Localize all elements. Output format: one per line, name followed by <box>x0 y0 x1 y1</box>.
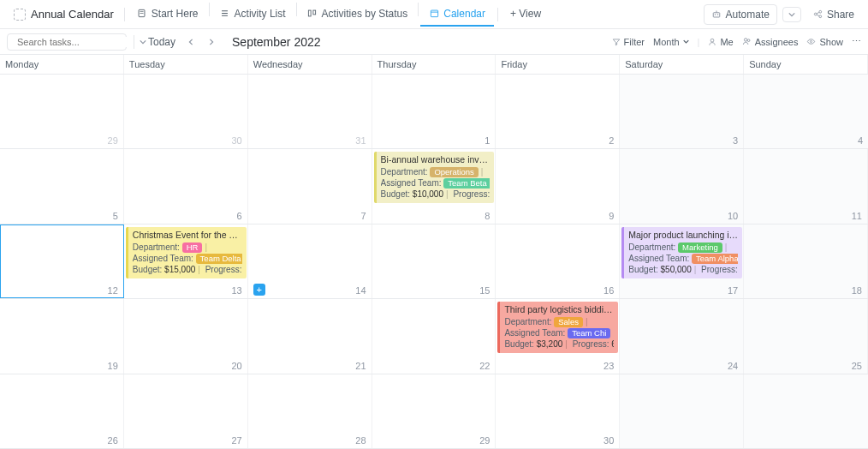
workspace-icon <box>14 9 26 21</box>
event-title: Major product launching in New York <box>628 230 738 241</box>
day-cell[interactable]: 29 <box>372 374 496 448</box>
day-header: Sunday <box>744 55 868 74</box>
workspace-title[interactable]: Annual Calendar <box>7 4 121 24</box>
budget-value: $50,000 <box>661 265 692 274</box>
day-cell[interactable]: 10 <box>620 149 744 223</box>
day-number: 29 <box>479 435 490 446</box>
tab-start-here[interactable]: Start Here <box>128 3 207 27</box>
svg-point-12 <box>716 14 718 15</box>
department-label: Department: <box>133 242 180 252</box>
day-cell[interactable]: 22 <box>372 299 496 373</box>
day-number: 3 <box>733 135 738 146</box>
day-cell[interactable]: 30 <box>124 75 248 148</box>
day-number: 30 <box>231 135 241 146</box>
add-event-button[interactable]: + <box>253 284 265 296</box>
tab-label: Calendar <box>443 8 485 20</box>
assignees-filter-button[interactable]: Assignees <box>742 37 799 47</box>
day-cell[interactable]: 25 <box>744 299 868 373</box>
board-icon <box>307 9 318 19</box>
department-badge: HR <box>182 242 203 253</box>
day-cell[interactable]: 5 <box>0 149 124 223</box>
progress-value: 60% <box>611 339 614 349</box>
day-cell[interactable]: 7 <box>248 149 372 223</box>
day-cell[interactable]: 30 <box>496 374 620 448</box>
day-header: Saturday <box>620 55 744 74</box>
tab-label: Activity List <box>235 8 286 20</box>
top-toolbar: Annual Calendar Start HereActivity ListA… <box>0 0 868 29</box>
day-cell[interactable]: 15 <box>372 224 496 298</box>
tab-activity-list[interactable]: Activity List <box>211 3 294 27</box>
calendar-icon <box>429 9 439 19</box>
day-cell[interactable]: 28 <box>248 374 372 448</box>
more-options-button[interactable]: ⋯ <box>852 36 861 47</box>
day-cell[interactable]: 3 <box>620 75 744 148</box>
day-cell[interactable]: 9 <box>496 149 620 223</box>
day-cell[interactable]: 6 <box>124 149 248 223</box>
day-cell[interactable]: 18 <box>744 224 868 298</box>
week-row: 2930311234 <box>0 75 868 149</box>
day-number: 23 <box>603 361 614 371</box>
share-button[interactable]: Share <box>806 5 861 24</box>
day-number: 24 <box>728 361 738 371</box>
day-cell[interactable]: 26 <box>0 374 124 448</box>
day-cell[interactable] <box>744 374 868 448</box>
day-cell[interactable]: 20 <box>124 299 248 373</box>
calendar-event[interactable]: Bi-annual warehouse inventory for spaDep… <box>374 152 495 203</box>
prev-period-button[interactable] <box>187 39 203 45</box>
filter-button[interactable]: Filter <box>612 37 645 47</box>
day-number: 10 <box>728 211 738 221</box>
tab-calendar[interactable]: Calendar <box>420 3 494 27</box>
day-cell[interactable]: 11 <box>744 149 868 223</box>
eye-icon <box>806 37 816 46</box>
share-icon <box>813 9 823 19</box>
svg-point-16 <box>819 15 822 18</box>
day-number: 27 <box>231 435 241 446</box>
calendar-event[interactable]: Major product launching in New YorkDepar… <box>621 227 742 278</box>
week-row: 567891011Bi-annual warehouse inventory f… <box>0 149 868 224</box>
day-cell[interactable]: 21 <box>248 299 372 373</box>
chevron-right-icon <box>208 39 215 45</box>
department-label: Department: <box>504 317 551 326</box>
day-cell[interactable]: 1 <box>372 75 496 148</box>
budget-value: $10,000 <box>413 189 443 199</box>
day-number: 26 <box>108 435 118 446</box>
day-cell[interactable]: 14+ <box>248 224 372 298</box>
automate-dropdown[interactable] <box>782 7 801 22</box>
calendar-event[interactable]: Christmas Event for the Team MembersDepa… <box>126 227 247 278</box>
day-number: 5 <box>113 211 118 221</box>
day-number: 18 <box>852 285 862 296</box>
day-number: 14 <box>355 285 366 296</box>
doc-icon <box>137 9 147 19</box>
day-cell[interactable]: 29 <box>0 75 124 148</box>
me-filter-button[interactable]: Me <box>708 37 733 47</box>
calendar-event[interactable]: Third party logistics bidding activityDe… <box>497 302 618 353</box>
day-number: 7 <box>360 211 366 221</box>
search-input-wrapper[interactable] <box>7 33 127 51</box>
search-input[interactable] <box>17 37 135 47</box>
view-mode-dropdown[interactable]: Month <box>653 37 689 47</box>
day-cell[interactable]: 16 <box>496 224 620 298</box>
day-cell[interactable] <box>620 374 744 448</box>
day-cell[interactable]: 12 <box>0 224 124 298</box>
team-badge: Team Chi <box>568 328 610 338</box>
week-row: 121314+15161718Christmas Event for the T… <box>0 224 868 299</box>
show-button[interactable]: Show <box>806 37 843 47</box>
day-cell[interactable]: 19 <box>0 299 124 373</box>
day-cell[interactable]: 31 <box>248 75 372 148</box>
today-button[interactable]: Today <box>141 33 182 51</box>
day-header: Tuesday <box>124 55 248 74</box>
tab-activities-by-status[interactable]: Activities by Status <box>299 3 417 27</box>
day-cell[interactable]: 24 <box>620 299 744 373</box>
day-cell[interactable]: 27 <box>124 374 248 448</box>
next-period-button[interactable] <box>208 39 223 45</box>
day-number: 6 <box>237 211 242 221</box>
add-view-button[interactable]: + View <box>502 3 550 27</box>
day-number: 29 <box>108 135 118 146</box>
automate-button[interactable]: Automate <box>704 4 777 25</box>
day-cell[interactable]: 4 <box>744 75 868 148</box>
svg-rect-10 <box>713 12 720 16</box>
day-cell[interactable]: 2 <box>496 75 620 148</box>
period-label[interactable]: September 2022 <box>229 35 321 49</box>
day-number: 25 <box>852 361 862 371</box>
department-label: Department: <box>628 242 675 252</box>
